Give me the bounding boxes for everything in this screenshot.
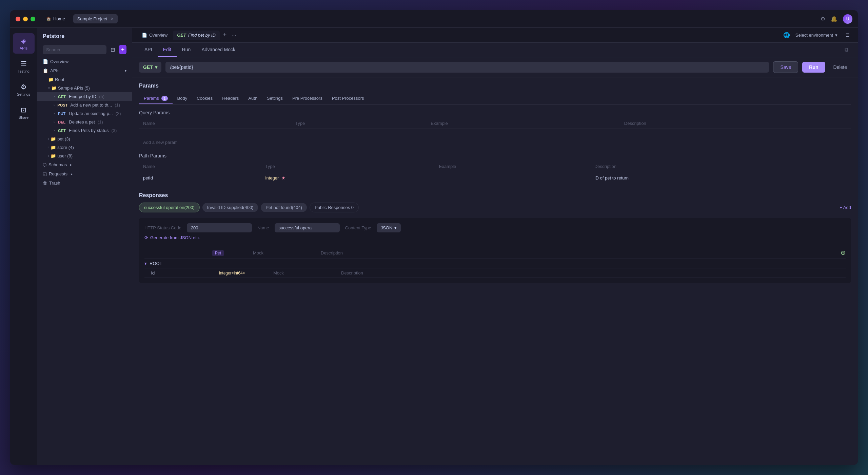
nav-item-apis[interactable]: 📋 APIs ▾ (37, 66, 132, 75)
content-type-label: Content Type (345, 225, 371, 230)
titlebar-right: ⚙ 🔔 U (821, 14, 852, 24)
nav-trash[interactable]: 🗑 Trash (37, 178, 132, 188)
post-badge: POST (56, 103, 69, 108)
api-tabs: API Edit Run Advanced Mock ⧉ (132, 43, 858, 57)
schemas-icon: ⬡ (43, 162, 46, 167)
run-button[interactable]: Run (802, 62, 825, 73)
menu-button[interactable]: ☰ (843, 31, 852, 39)
params-tab-body[interactable]: Body (173, 93, 192, 104)
tree-store[interactable]: › 📁 store (4) (37, 143, 132, 152)
nav-requests[interactable]: ◱ Requests ▸ (37, 169, 132, 178)
tree-pet[interactable]: › 📁 pet (3) (37, 135, 132, 143)
sidebar-item-apis[interactable]: ◈ APIs (13, 33, 35, 54)
path-col-desc: Description (590, 161, 851, 172)
search-row: ⊟ + (37, 42, 132, 57)
response-name-input[interactable] (275, 223, 340, 232)
tab-more-button[interactable]: ··· (230, 32, 238, 39)
nav-item-overview[interactable]: 📄 Overview (37, 57, 132, 66)
api-tab-api[interactable]: API (139, 43, 158, 57)
sidebar-item-settings[interactable]: ⚙ Settings (13, 79, 35, 100)
content-tab-overview[interactable]: 📄 Overview (138, 31, 172, 40)
settings-icon[interactable]: ⚙ (821, 16, 825, 22)
params-area: Params Params 1 Body Cookies (132, 77, 858, 465)
tree-find-pet[interactable]: › GET Find pet by ID (5) (37, 92, 132, 101)
params-tab-params[interactable]: Params 1 (139, 93, 173, 104)
save-button[interactable]: Save (773, 61, 798, 73)
json-add-root-button[interactable]: ⊕ (841, 249, 846, 256)
schemas-label: Schemas (48, 162, 67, 167)
params-tab-headers[interactable]: Headers (217, 93, 243, 104)
params-tab-pre-processors[interactable]: Pre Processors (288, 93, 327, 104)
params-tab-post-processors[interactable]: Post Processors (327, 93, 369, 104)
sidebar-item-share[interactable]: ⊡ Share (13, 102, 35, 123)
params-tab-settings[interactable]: Settings (262, 93, 288, 104)
finds-pets-count: (3) (111, 128, 117, 133)
delete-button[interactable]: Delete (829, 62, 851, 73)
tree-delete-pet[interactable]: › DEL Deletes a pet (1) (37, 118, 132, 126)
required-indicator: ★ (281, 175, 285, 180)
tree-update-pet[interactable]: › PUT Update an existing p... (2) (37, 109, 132, 118)
find-pet-count: (5) (99, 94, 104, 99)
tree-sample-apis[interactable]: ▾ 📁 Sample APIs (5) (37, 84, 132, 92)
params-tab-cookies[interactable]: Cookies (192, 93, 217, 104)
nav-overview-label: Overview (50, 59, 68, 64)
env-selector-button[interactable]: Select environment ▾ (793, 31, 840, 39)
filter-button[interactable]: ⊟ (109, 45, 116, 54)
tab-home[interactable]: 🏠 Home (42, 14, 69, 23)
path-col-type: Type (261, 161, 435, 172)
api-tab-advanced-mock[interactable]: Advanced Mock (196, 43, 241, 57)
tree-finds-pets[interactable]: › GET Finds Pets by status (3) (37, 126, 132, 135)
env-selector-label: Select environment (795, 33, 833, 38)
response-tab-400[interactable]: Invalid ID supplied(400) (202, 203, 258, 212)
add-response-button[interactable]: + Add (840, 205, 851, 210)
project-title: Petstore (43, 33, 64, 39)
api-tab-run[interactable]: Run (177, 43, 196, 57)
get-badge-find-pet: GET (56, 94, 67, 99)
response-tab-public[interactable]: Public Responses 0 (310, 203, 359, 212)
method-selector[interactable]: GET ▾ (139, 62, 161, 73)
col-example: Example (427, 118, 620, 129)
search-input[interactable] (43, 45, 106, 54)
update-pet-count: (2) (116, 111, 121, 116)
tab-add-button[interactable]: + (221, 31, 229, 39)
main-window: 🏠 Home Sample Project ✕ ⚙ 🔔 U ◈ APIs ☰ T… (10, 10, 858, 465)
id-type: integer<int64> (219, 271, 245, 276)
tree-add-pet[interactable]: › POST Add a new pet to th... (1) (37, 101, 132, 109)
close-button[interactable] (16, 17, 20, 21)
response-details: HTTP Status Code Name Content Type JSON … (139, 218, 851, 283)
content-tab-find-pet[interactable]: GET Find pet by ID (173, 31, 220, 40)
avatar[interactable]: U (843, 14, 852, 24)
content-type-select[interactable]: JSON ▾ (377, 223, 401, 232)
main-content: 📄 Overview GET Find pet by ID + ··· 🌐 Se… (132, 28, 858, 465)
col-name: Name (139, 118, 291, 129)
add-query-param[interactable]: Add a new param (139, 137, 851, 148)
url-input[interactable] (165, 62, 769, 73)
generate-button[interactable]: ⟳ Generate from JSON etc. (144, 232, 200, 243)
finds-pets-chevron: › (54, 129, 55, 132)
api-tab-edit[interactable]: Edit (158, 43, 177, 57)
tree-user[interactable]: › 📁 user (8) (37, 152, 132, 160)
http-status-input[interactable] (187, 223, 252, 232)
apis-icon: ◈ (21, 37, 26, 45)
tree-root[interactable]: 📁 Root (37, 75, 132, 84)
sidebar-settings-label: Settings (17, 92, 31, 96)
minimize-button[interactable] (23, 17, 28, 21)
params-tab-auth[interactable]: Auth (243, 93, 262, 104)
path-params-title: Path Params (139, 153, 851, 158)
method-chevron-icon: ▾ (155, 64, 157, 70)
nav-schemas[interactable]: ⬡ Schemas ▸ (37, 160, 132, 169)
maximize-button[interactable] (31, 17, 35, 21)
update-pet-chevron: › (54, 112, 55, 115)
param-name: petId (139, 172, 261, 184)
response-tab-200[interactable]: successful operation(200) (139, 203, 200, 212)
sidebar-item-testing[interactable]: ☰ Testing (13, 56, 35, 77)
tab-sample-project[interactable]: Sample Project ✕ (73, 14, 118, 23)
tab-home-label: Home (53, 16, 65, 21)
add-button[interactable]: + (119, 45, 126, 54)
pet-chevron: › (48, 137, 49, 141)
query-params-table: Name Type Example Description (139, 118, 851, 129)
notifications-icon[interactable]: 🔔 (831, 16, 837, 22)
name-label: Name (257, 225, 269, 230)
close-icon[interactable]: ✕ (111, 17, 114, 21)
response-tab-404[interactable]: Pet not found(404) (261, 203, 307, 212)
